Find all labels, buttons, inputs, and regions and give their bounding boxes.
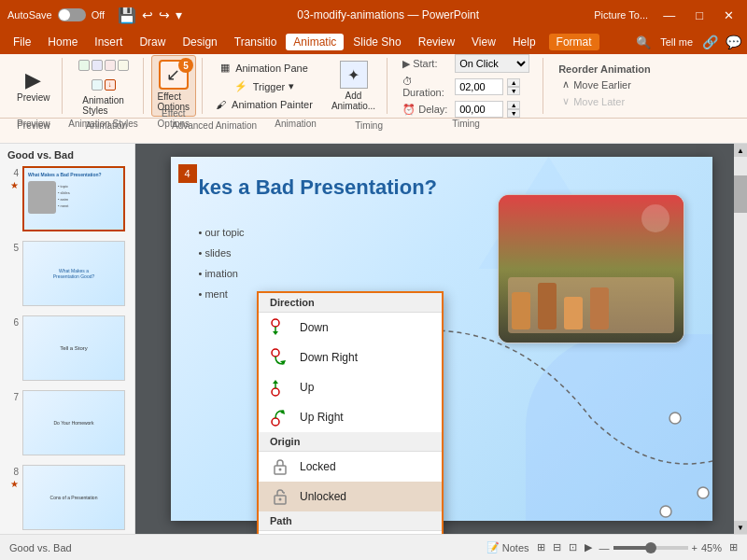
dropdown-item-unlocked[interactable]: Unlocked (259, 482, 442, 511)
status-right: 📝 Notes ⊞ ⊟ ⊡ ▶ — + 45% ⊞ (486, 541, 738, 553)
minimize-button[interactable]: — (657, 7, 681, 24)
zoom-in-button[interactable]: + (692, 542, 698, 553)
duration-up[interactable]: ▲ (507, 78, 520, 87)
dropdown-item-up-right[interactable]: Up Right (259, 402, 442, 432)
menu-animations[interactable]: Animatic (286, 34, 344, 50)
slide-thumb-4[interactable]: What Makes a Bad Presentation? • topic• … (22, 166, 125, 231)
animation-styles-button[interactable]: ↓ AnimationStyles (70, 52, 137, 119)
view-reading-icon[interactable]: ⊡ (569, 541, 577, 553)
delay-spinner[interactable]: ▲ ▼ (507, 101, 520, 118)
slide-item-7[interactable]: 7 Do Your Homework (4, 388, 131, 457)
scroll-up-button[interactable]: ▲ (734, 144, 747, 157)
menu-draw[interactable]: Draw (132, 34, 173, 50)
slide-thumb-5[interactable]: What Makes aPresentation Good? (22, 241, 125, 306)
zoom-slider[interactable] (613, 546, 688, 550)
dropdown-item-down[interactable]: Down (259, 313, 442, 343)
menu-design[interactable]: Design (175, 34, 224, 50)
menu-help[interactable]: Help (505, 34, 543, 50)
slide-thumb-8[interactable]: Cons of a Presentation (22, 465, 125, 530)
slide-number-badge: 4 (178, 164, 197, 183)
save-icon[interactable]: 💾 (118, 7, 136, 24)
duration-input[interactable] (455, 78, 503, 95)
preview-button[interactable]: ▶ Preview (11, 66, 56, 106)
duration-label: ⏱ Duration: (402, 76, 451, 98)
slide-item-4[interactable]: 4 ★ What Makes a Bad Presentation? • top… (4, 164, 131, 233)
duration-spinner[interactable]: ▲ ▼ (507, 78, 520, 95)
menu-insert[interactable]: Insert (87, 34, 130, 50)
effect-options-dropdown: Direction Down (257, 291, 444, 534)
dropdown-item-edit-points[interactable]: Edit Points (259, 531, 442, 534)
zoom-level: 45% (701, 542, 722, 553)
animation-painter-button[interactable]: 🖌 Animation Painter (210, 97, 318, 112)
zoom-thumb[interactable] (645, 542, 656, 553)
slide-number-8: 8 (6, 465, 19, 477)
arrow-up-right-curved-icon (270, 407, 290, 427)
vertical-scrollbar[interactable]: ▲ ▼ (734, 144, 747, 534)
svg-point-11 (279, 469, 282, 471)
view-slideshow-icon[interactable]: ▶ (585, 541, 592, 553)
view-normal-icon[interactable]: ⊞ (537, 541, 545, 553)
slide-thumb-6[interactable]: Tell a Story (22, 315, 125, 381)
status-left: Good vs. Bad (9, 542, 72, 553)
delay-input[interactable] (455, 101, 503, 118)
dropdown-item-down-right[interactable]: Down Right (259, 343, 442, 372)
scroll-down-button[interactable]: ▼ (734, 521, 747, 534)
menu-slideshow[interactable]: Slide Sho (345, 34, 408, 50)
menu-file[interactable]: File (6, 34, 38, 50)
duration-down[interactable]: ▼ (507, 87, 520, 95)
share-icon[interactable]: 🔗 (702, 35, 718, 49)
slide-thumb-7[interactable]: Do Your Homework (22, 390, 125, 455)
add-animation-button[interactable]: ✦ AddAnimatio... (326, 57, 381, 115)
menu-review[interactable]: Review (411, 34, 462, 50)
scroll-thumb[interactable] (734, 175, 747, 213)
zoom-out-button[interactable]: — (599, 542, 610, 553)
tell-me[interactable]: Tell me (660, 36, 693, 48)
dropdown-item-locked[interactable]: Locked (259, 452, 442, 482)
close-button[interactable]: ✕ (718, 7, 740, 24)
arrow-down-curved-icon (270, 317, 290, 338)
autosave-toggle[interactable] (58, 8, 86, 21)
reorder-section: Reorder Animation ∧ Move Earlier ∨ Move … (551, 62, 658, 110)
ribbon-content: ▶ Preview Preview ↓ AnimationStyles Anim… (0, 54, 747, 118)
menu-transitions[interactable]: Transitio (227, 34, 285, 50)
menu-bar: File Home Insert Draw Design Transitio A… (0, 30, 747, 54)
slide-item-6[interactable]: 6 Tell a Story (4, 314, 131, 383)
svg-point-5 (272, 388, 279, 396)
preview-icon: ▶ (25, 70, 41, 91)
timing-duration-row: ⏱ Duration: ▲ ▼ (402, 76, 529, 98)
slide-item-8[interactable]: 8 ★ Cons of a Presentation (4, 463, 131, 532)
comments-icon[interactable]: 💬 (726, 35, 741, 49)
delay-up[interactable]: ▲ (507, 101, 520, 109)
delay-down[interactable]: ▼ (507, 109, 520, 118)
view-slide-sorter-icon[interactable]: ⊟ (553, 541, 561, 553)
customize-icon[interactable]: ▾ (176, 7, 182, 22)
slide-image-inner (499, 195, 684, 343)
fit-to-window-button[interactable]: ⊞ (729, 541, 738, 553)
slide-number-5: 5 (6, 241, 19, 253)
menu-format[interactable]: Format (549, 34, 599, 50)
menu-view[interactable]: View (464, 34, 503, 50)
start-label: ▶ Start: (402, 58, 451, 70)
slide-item-5[interactable]: 5 What Makes aPresentation Good? (4, 239, 131, 308)
redo-icon[interactable]: ↪ (159, 7, 170, 22)
dropdown-section-path: Path (259, 511, 442, 531)
move-earlier-button[interactable]: ∧ Move Earlier (558, 77, 651, 91)
trigger-button[interactable]: ⚡ Trigger ▾ (210, 78, 318, 94)
start-dropdown[interactable]: On Click With Previous After Previous (455, 54, 529, 73)
search-icon[interactable]: 🔍 (636, 35, 651, 49)
move-later-icon: ∨ (562, 95, 570, 107)
ribbon: ▶ Preview Preview ↓ AnimationStyles Anim… (0, 54, 747, 144)
svg-marker-7 (273, 380, 278, 384)
maximize-button[interactable]: □ (690, 7, 709, 24)
ribbon-group-preview: ▶ Preview Preview (6, 58, 63, 114)
title-bar-left: AutoSave Off 💾 ↩ ↪ ▾ (7, 7, 182, 24)
menu-home[interactable]: Home (40, 34, 85, 50)
notes-button[interactable]: 📝 Notes (486, 541, 529, 553)
title-bar-controls: Picture To... — □ ✕ (594, 7, 740, 24)
title-bar: AutoSave Off 💾 ↩ ↪ ▾ 03-modify-animation… (0, 0, 747, 30)
undo-icon[interactable]: ↩ (142, 7, 153, 22)
add-animation-icon: ✦ (340, 61, 368, 89)
dropdown-item-up[interactable]: Up (259, 372, 442, 402)
move-later-button[interactable]: ∨ Move Later (558, 94, 651, 108)
animation-pane-button[interactable]: ▦ Animation Pane (210, 60, 318, 76)
